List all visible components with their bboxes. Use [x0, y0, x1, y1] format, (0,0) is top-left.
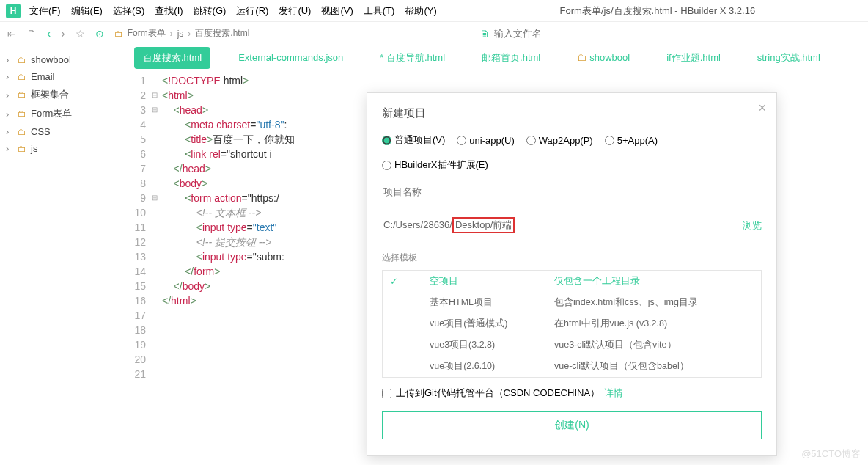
template-desc: vue-cli默认项目（仅包含babel）: [554, 360, 689, 373]
template-row[interactable]: 基本HTML项目包含index.html和css、js、img目录: [383, 292, 761, 313]
chevron-right-icon: ›: [6, 143, 13, 154]
dialog-title: 新建项目: [382, 106, 762, 120]
folder-icon: 🗀: [18, 89, 26, 100]
git-upload-checkbox[interactable]: [382, 389, 391, 398]
folder-icon: 🗀: [18, 144, 26, 154]
project-type-radio[interactable]: 普通项目(V): [382, 133, 445, 147]
menu-edit[interactable]: 编辑(E): [71, 4, 103, 18]
project-path-input[interactable]: C:/Users/28636/Desktop/前端: [382, 213, 735, 238]
star-icon[interactable]: ☆: [76, 28, 85, 40]
template-name: vue项目(普通模式): [430, 318, 525, 330]
template-desc: 包含index.html和css、js、img目录: [554, 296, 698, 309]
folder-icon: 🗀: [114, 29, 123, 39]
template-name: 空项目: [430, 275, 525, 288]
document-icon: 🗎: [479, 28, 490, 40]
template-name: vue项目(2.6.10): [430, 360, 525, 373]
collapse-panel-icon[interactable]: ⇤: [7, 28, 16, 40]
tree-item[interactable]: ›🗀框架集合: [0, 85, 128, 104]
menu-file[interactable]: 文件(F): [29, 4, 61, 18]
browse-button[interactable]: 浏览: [743, 219, 762, 232]
menu-select[interactable]: 选择(S): [113, 4, 144, 18]
chevron-right-icon: ›: [6, 109, 13, 120]
editor-tab[interactable]: 百度搜索.html: [134, 47, 210, 69]
menu-help[interactable]: 帮助(Y): [405, 4, 436, 18]
menubar: H 文件(F) 编辑(E) 选择(S) 查找(I) 跳转(G) 运行(R) 发行…: [0, 0, 868, 22]
breadcrumb-file: 百度搜索.html: [195, 27, 249, 40]
project-type-radio[interactable]: Wap2App(P): [526, 135, 593, 146]
breadcrumb[interactable]: 🗀 Form表单 › js › 百度搜索.html: [114, 27, 250, 40]
chevron-right-icon: ›: [6, 89, 13, 100]
folder-icon: 🗀: [577, 52, 586, 63]
menu-view[interactable]: 视图(V): [321, 4, 353, 18]
folder-icon: 🗀: [18, 127, 26, 137]
folder-icon: 🗀: [18, 72, 26, 82]
tree-item[interactable]: ›🗀showbool: [0, 51, 128, 68]
tree-item[interactable]: ›🗀Email: [0, 68, 128, 85]
template-desc: 仅包含一个工程目录: [554, 275, 640, 288]
folder-icon: 🗀: [18, 109, 26, 119]
project-type-radio[interactable]: uni-app(U): [457, 135, 514, 146]
template-row[interactable]: ✓空项目仅包含一个工程目录: [383, 271, 761, 292]
folder-icon: 🗀: [18, 55, 26, 65]
check-icon: ✓: [390, 276, 400, 287]
tree-item[interactable]: ›🗀Form表单: [0, 104, 128, 123]
tree-item-label: js: [31, 143, 37, 154]
save-icon[interactable]: 🗋: [26, 28, 37, 40]
git-upload-label: 上传到Git代码托管平台（CSDN CODECHINA）: [396, 387, 600, 400]
editor-tab[interactable]: string实战.html: [749, 47, 829, 69]
editor-tabs: 百度搜索.htmlExternal-commands.json* 百度导航.ht…: [128, 45, 868, 70]
template-row[interactable]: vue3项目(3.2.8)vue3-cli默认项目（包含vite）: [383, 334, 761, 356]
menu-release[interactable]: 发行(U): [279, 4, 311, 18]
window-title: Form表单/js/百度搜索.html - HBuilder X 3.2.16: [447, 4, 868, 18]
toolbar: ⇤ 🗋 ‹ › ☆ ⊙ 🗀 Form表单 › js › 百度搜索.html 🗎: [0, 22, 868, 45]
template-list: ✓空项目仅包含一个工程目录基本HTML项目包含index.html和css、js…: [382, 270, 762, 378]
menu-tool[interactable]: 工具(T): [364, 4, 395, 18]
project-type-radio[interactable]: HBuilderX插件扩展(E): [382, 158, 488, 172]
template-row[interactable]: vue项目(2.6.10)vue-cli默认项目（仅包含babel）: [383, 356, 761, 377]
project-type-row: 普通项目(V)uni-app(U)Wap2App(P)5+App(A)HBuil…: [382, 133, 762, 172]
template-desc: 在html中引用vue.js (v3.2.8): [554, 318, 667, 330]
template-desc: vue3-cli默认项目（包含vite）: [554, 339, 677, 351]
git-detail-link[interactable]: 详情: [604, 387, 623, 400]
tree-item-label: CSS: [31, 126, 51, 137]
tree-item-label: showbool: [31, 54, 71, 65]
chevron-right-icon: ›: [6, 71, 13, 82]
tree-item[interactable]: ›🗀CSS: [0, 123, 128, 140]
template-name: 基本HTML项目: [430, 296, 525, 309]
template-row[interactable]: vue项目(普通模式)在html中引用vue.js (v3.2.8): [383, 313, 761, 334]
chevron-right-icon: ›: [6, 126, 13, 137]
new-project-dialog: × 新建项目 普通项目(V)uni-app(U)Wap2App(P)5+App(…: [367, 92, 777, 456]
filepath-input[interactable]: [494, 28, 641, 39]
tree-item-label: 框架集合: [31, 88, 69, 101]
watermark: @51CTO博客: [801, 447, 861, 461]
close-icon[interactable]: ×: [758, 100, 766, 116]
tree-item-label: Email: [31, 71, 55, 82]
breadcrumb-root: Form表单: [128, 27, 166, 40]
run-icon[interactable]: ⊙: [95, 28, 104, 40]
editor-tab[interactable]: if作业题.html: [658, 47, 729, 69]
nav-back-icon[interactable]: ‹: [47, 27, 51, 40]
tree-item[interactable]: ›🗀js: [0, 140, 128, 157]
editor-tab[interactable]: External-commands.json: [229, 48, 352, 67]
chevron-right-icon: ›: [6, 54, 13, 65]
editor-tab[interactable]: 邮箱首页.html: [473, 47, 549, 69]
project-type-radio[interactable]: 5+App(A): [605, 135, 658, 146]
project-sidebar: ›🗀showbool›🗀Email›🗀框架集合›🗀Form表单›🗀CSS›🗀js: [0, 45, 128, 465]
tree-item-label: Form表单: [31, 107, 72, 120]
template-name: vue3项目(3.2.8): [430, 339, 525, 351]
menu-run[interactable]: 运行(R): [236, 4, 268, 18]
menu-find[interactable]: 查找(I): [155, 4, 183, 18]
nav-forward-icon[interactable]: ›: [61, 27, 65, 40]
menu-goto[interactable]: 跳转(G): [194, 4, 227, 18]
editor-tab[interactable]: * 百度导航.html: [371, 47, 454, 69]
project-name-input[interactable]: [382, 182, 762, 202]
template-section-label: 选择模板: [382, 252, 762, 264]
breadcrumb-dir: js: [177, 29, 184, 39]
editor-tab[interactable]: 🗀showbool: [568, 48, 639, 67]
create-button[interactable]: 创建(N): [382, 411, 762, 439]
app-logo: H: [6, 4, 21, 18]
